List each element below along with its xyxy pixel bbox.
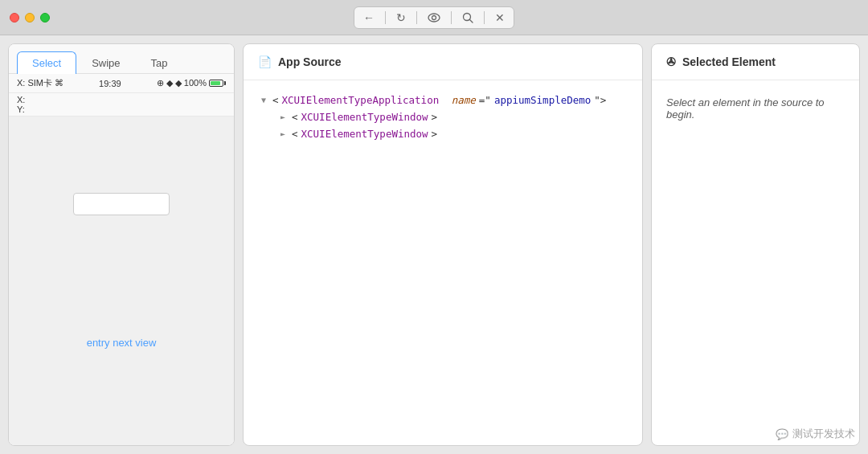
selected-panel-empty-message: Select an element in the source to begin… [652, 80, 859, 137]
xml-end: "> [594, 94, 606, 106]
source-panel-title: App Source [278, 55, 342, 68]
tree-toggle-window-1[interactable]: ► [277, 112, 289, 123]
battery-body [209, 80, 223, 87]
selected-panel-header: ✇ Selected Element [652, 44, 859, 80]
source-panel-header: 📄 App Source [244, 44, 642, 80]
status-icons: ⊕ ◆ ◆ 100% [157, 78, 207, 88]
refresh-button[interactable]: ↻ [392, 10, 410, 26]
title-bar: ← ↻ ✕ [0, 0, 868, 35]
watermark-text: 测试开发技术 [792, 427, 855, 441]
screen-link[interactable]: entry next view [87, 337, 157, 349]
search-button[interactable] [458, 10, 477, 25]
tree-row-window-2[interactable]: ► <XCUIElementTypeWindow> [276, 127, 629, 141]
browser-nav: ← ↻ ✕ [354, 6, 514, 29]
tree-children-root: ► <XCUIElementTypeWindow> ► <XCUIElement… [256, 110, 629, 141]
battery-tip [224, 81, 226, 85]
nav-separator-4 [484, 11, 485, 24]
tab-bar: Select Swipe Tap [9, 44, 234, 74]
back-button[interactable]: ← [359, 10, 379, 26]
tab-tap[interactable]: Tap [136, 51, 183, 74]
status-left: X: SIM卡 ⌘ [17, 77, 63, 89]
minimize-window-button[interactable] [25, 13, 35, 22]
watermark-icon: 💬 [776, 428, 788, 440]
selected-panel-title: Selected Element [682, 55, 776, 68]
xml-eq: =" [479, 94, 491, 106]
xml-bracket-open-1: < [292, 111, 298, 123]
xml-bracket-open: < [272, 94, 279, 106]
tab-select[interactable]: Select [17, 51, 76, 74]
traffic-lights [10, 13, 50, 22]
tree-toggle-root[interactable]: ▼ [258, 95, 269, 106]
close-window-button[interactable] [10, 13, 19, 22]
status-sim: X: SIM卡 ⌘ [17, 77, 63, 89]
nav-separator-2 [416, 11, 417, 24]
selected-panel: ✇ Selected Element Select an element in … [651, 43, 860, 446]
svg-point-1 [432, 15, 436, 19]
watermark: 💬 测试开发技术 [776, 427, 855, 441]
nav-separator [385, 11, 386, 24]
tree-toggle-window-2[interactable]: ► [277, 129, 289, 140]
main-content: Select Swipe Tap X: SIM卡 ⌘ 19:39 ⊕ ◆ ◆ 1… [0, 35, 868, 454]
xml-root-tag: XCUIElementTypeApplication [282, 94, 440, 106]
selected-panel-icon: ✇ [666, 55, 676, 68]
close-nav-button[interactable]: ✕ [491, 10, 509, 26]
device-screen[interactable]: entry next view [9, 117, 234, 445]
tree-node-root: ▼ <XCUIElementTypeApplication name="appi… [256, 93, 629, 141]
tree-node-window-2: ► <XCUIElementTypeWindow> [276, 127, 629, 141]
screen-text-input [73, 193, 170, 215]
tree-node-window-1: ► <XCUIElementTypeWindow> [276, 110, 629, 124]
x-coord-label: X: [17, 95, 25, 104]
xml-root-attr-value: appiumSimpleDemo [494, 94, 591, 106]
tree-row-window-1[interactable]: ► <XCUIElementTypeWindow> [276, 110, 629, 124]
source-panel-icon: 📄 [258, 55, 272, 68]
tab-swipe[interactable]: Swipe [76, 51, 135, 74]
source-panel: 📄 App Source ▼ <XCUIElementTypeApplicati… [243, 43, 643, 446]
eye-button[interactable] [424, 11, 444, 24]
xml-bracket-open-2: < [292, 128, 298, 140]
source-tree: ▼ <XCUIElementTypeApplication name="appi… [244, 80, 642, 445]
xml-tag-window-2: XCUIElementTypeWindow [301, 128, 428, 140]
svg-point-0 [428, 14, 440, 22]
tree-row-root[interactable]: ▼ <XCUIElementTypeApplication name="appi… [256, 93, 629, 107]
svg-line-3 [470, 19, 473, 22]
xml-close-1: > [432, 111, 438, 123]
status-right: ⊕ ◆ ◆ 100% [157, 78, 226, 88]
device-status-bar: X: SIM卡 ⌘ 19:39 ⊕ ◆ ◆ 100% [9, 74, 234, 93]
nav-separator-3 [451, 11, 452, 24]
xml-close-2: > [432, 128, 438, 140]
battery-indicator [209, 80, 226, 87]
maximize-window-button[interactable] [40, 13, 50, 22]
device-panel: Select Swipe Tap X: SIM卡 ⌘ 19:39 ⊕ ◆ ◆ 1… [8, 43, 235, 446]
battery-fill [211, 81, 220, 85]
y-coord-label: Y: [17, 104, 25, 114]
device-coords: X: Y: [9, 93, 234, 117]
xml-tag-window-1: XCUIElementTypeWindow [301, 111, 428, 123]
status-time: 19:39 [99, 79, 121, 88]
xml-root-attr-name: name [452, 94, 476, 106]
